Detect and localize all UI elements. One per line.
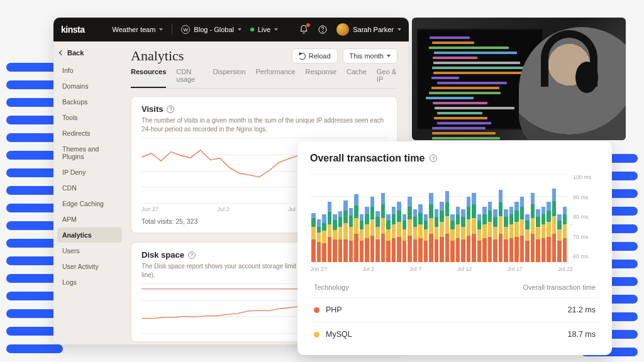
tab-geo-ip[interactable]: Geo & IP: [377, 68, 397, 88]
sidebar: Back InfoDomainsBackupsToolsRedirectsThe…: [53, 41, 126, 344]
sidebar-item-info[interactable]: Info: [57, 63, 122, 78]
ott-bar: [456, 207, 460, 262]
user-name: Sarah Parker: [353, 26, 394, 33]
reload-icon: [299, 53, 306, 60]
site-selector[interactable]: W Blog - Global: [181, 25, 242, 34]
ott-bar: [397, 202, 401, 262]
tab-dispersion[interactable]: Dispersion: [213, 68, 246, 88]
info-icon[interactable]: ?: [430, 155, 437, 162]
ott-row-value: 18.7 ms: [568, 330, 596, 339]
team-selector[interactable]: Weather team: [112, 26, 163, 33]
ott-bar: [333, 214, 337, 262]
reload-button[interactable]: Reload: [292, 48, 338, 63]
ott-bar: [322, 214, 326, 262]
ott-bar: [317, 219, 321, 262]
sidebar-item-ip-deny[interactable]: IP Deny: [57, 165, 122, 180]
ott-bar: [365, 207, 369, 262]
ott-bar: [493, 209, 497, 262]
info-icon[interactable]: ?: [188, 251, 196, 259]
ott-bar: [343, 200, 348, 262]
series-color-dot: [314, 307, 319, 313]
period-label: This month: [350, 52, 384, 60]
sidebar-item-logs[interactable]: Logs: [57, 275, 122, 290]
tab-cdn-usage[interactable]: CDN usage: [176, 68, 203, 88]
ott-bar: [413, 209, 418, 262]
ott-bar: [552, 189, 557, 262]
sidebar-item-redirects[interactable]: Redirects: [57, 126, 122, 141]
ott-bar: [525, 214, 530, 262]
ott-bar: [370, 197, 375, 262]
tab-performance[interactable]: Performance: [256, 68, 296, 88]
ott-bar: [445, 191, 450, 262]
ott-title: Overall transaction time: [310, 153, 425, 164]
ott-bar: [557, 214, 562, 262]
ott-bar: [477, 214, 482, 262]
ott-bar: [563, 207, 567, 262]
hero-photo: [412, 18, 626, 140]
sidebar-item-user-activity[interactable]: User Activity: [57, 259, 122, 274]
env-selector[interactable]: Live: [250, 26, 278, 33]
sidebar-item-themes-and-plugins[interactable]: Themes and Plugins: [57, 141, 122, 164]
sidebar-item-analytics[interactable]: Analytics: [57, 228, 122, 243]
chevron-left-icon: [59, 50, 64, 55]
disk-title: Disk space: [142, 250, 184, 260]
ott-bar: [547, 202, 551, 262]
sidebar-item-tools[interactable]: Tools: [57, 110, 122, 125]
ott-bar: [536, 209, 540, 262]
ott-bar: [424, 214, 428, 262]
ott-row-php: PHP21.2 ms: [310, 297, 599, 322]
ott-bar: [349, 208, 353, 262]
wordpress-icon: W: [181, 25, 190, 34]
ott-bar: [488, 202, 492, 262]
reload-label: Reload: [309, 52, 331, 60]
sidebar-item-apm[interactable]: APM: [57, 212, 122, 227]
ott-bar: [482, 207, 487, 262]
chevron-down-icon: [159, 28, 163, 31]
tab-response[interactable]: Response: [305, 68, 336, 88]
tab-resources[interactable]: Resources: [131, 68, 166, 88]
ott-x-axis: Jun 27Jul 2Jul 7Jul 12Jul 17Jul 22: [310, 266, 599, 272]
back-label: Back: [67, 49, 84, 57]
chevron-down-icon: [238, 28, 242, 31]
visits-title: Visits: [142, 104, 163, 114]
ott-row-mysql: MySQL18.7 ms: [310, 322, 599, 346]
logo: kinsta: [61, 25, 84, 35]
sidebar-item-edge-caching[interactable]: Edge Caching: [57, 196, 122, 211]
chevron-down-icon: [274, 28, 278, 31]
ott-bar: [360, 214, 364, 262]
analytics-tabs: ResourcesCDN usageDispersionPerformanceR…: [131, 68, 397, 89]
ott-bar: [402, 214, 407, 262]
tab-cache[interactable]: Cache: [347, 68, 367, 88]
sidebar-item-domains[interactable]: Domains: [57, 79, 122, 94]
period-selector[interactable]: This month: [343, 48, 397, 63]
sidebar-item-backups[interactable]: Backups: [57, 94, 122, 109]
ott-bar: [504, 209, 508, 262]
ott-bar: [531, 193, 535, 262]
ott-bar: [328, 202, 332, 262]
sidebar-item-users[interactable]: Users: [57, 243, 122, 258]
env-label: Live: [258, 26, 270, 33]
help-button[interactable]: [318, 25, 328, 35]
ott-bar: [418, 204, 423, 262]
notifications-button[interactable]: [299, 25, 309, 35]
ott-th-tech: Technology: [314, 283, 349, 291]
chevron-down-icon: [397, 28, 401, 31]
sidebar-item-cdn[interactable]: CDN: [57, 180, 122, 195]
page-title: Analytics: [131, 48, 287, 64]
ott-table-header: Technology Overall transaction time: [314, 283, 596, 291]
user-menu[interactable]: Sarah Parker: [336, 23, 401, 36]
ott-bar: [520, 197, 525, 262]
ott-row-label: PHP: [326, 305, 342, 314]
chevron-down-icon: [387, 55, 391, 57]
ott-bar: [381, 193, 386, 262]
svg-point-1: [323, 31, 323, 32]
ott-bar: [450, 214, 455, 262]
ott-bar: [499, 190, 503, 262]
series-color-dot: [314, 332, 319, 337]
ott-row-label: MySQL: [326, 330, 352, 339]
ott-y-axis: 100 ms90 ms80 ms70 ms60 ms: [573, 174, 599, 262]
info-icon[interactable]: ?: [167, 106, 174, 113]
ott-th-time: Overall transaction time: [523, 283, 596, 291]
ott-bar: [440, 202, 444, 262]
back-button[interactable]: Back: [57, 49, 122, 57]
